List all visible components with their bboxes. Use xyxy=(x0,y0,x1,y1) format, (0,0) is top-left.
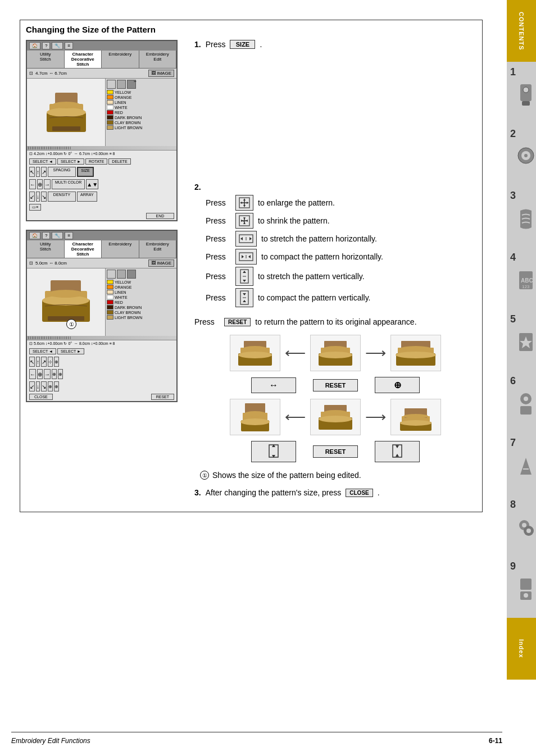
btn2-stretch-h[interactable]: ⊕ xyxy=(52,369,57,379)
btn2-shrink[interactable]: ⊕ xyxy=(54,357,59,367)
btn2-select-right[interactable]: SELECT ► xyxy=(57,348,84,354)
screen2-icon-help[interactable]: ? xyxy=(42,232,50,239)
screen-icon-tools[interactable]: 🔧 xyxy=(52,42,63,49)
btn-n[interactable]: ↑ xyxy=(36,167,40,177)
btn-stretch-v-diag[interactable] xyxy=(251,441,296,462)
btn-nw[interactable]: ↖ xyxy=(29,167,35,177)
image2-btn[interactable]: 🖼 IMAGE xyxy=(148,259,174,267)
btn-stretch-h-diag[interactable]: ↔ xyxy=(251,377,296,393)
tab-ch8[interactable]: 8 xyxy=(507,494,536,556)
menu2-utility[interactable]: UtilityStitch xyxy=(27,240,65,258)
svg-marker-37 xyxy=(243,205,246,207)
menu-character[interactable]: CharacterDecorativeStitch xyxy=(65,51,102,68)
image-btn[interactable]: 🖼 IMAGE xyxy=(148,70,174,77)
screen-icon-menu[interactable]: ≡ xyxy=(65,42,73,49)
btn-end[interactable]: END xyxy=(146,213,174,219)
btn2-select-left[interactable]: SELECT ◄ xyxy=(29,348,56,354)
btn-rotate[interactable]: ROTATE xyxy=(85,158,107,165)
screen-canvas-1 xyxy=(27,79,106,146)
compact-v-icon[interactable] xyxy=(235,288,253,307)
section-box: Changing the Size of the Pattern 🏠 ? 🔧 ≡ xyxy=(20,20,483,512)
btn-select-left[interactable]: SELECT ◄ xyxy=(29,158,56,165)
btn2-n[interactable]: ↑ xyxy=(36,357,40,367)
stretch-v-icon[interactable] xyxy=(235,267,253,286)
menu2-edit[interactable]: EmbroideryEdit xyxy=(139,240,177,258)
svg-rect-26 xyxy=(52,126,80,131)
shrink-icon[interactable]: - xyxy=(235,213,253,229)
btn-delete[interactable]: DELETE xyxy=(108,158,130,165)
btn-multi-color[interactable]: MULTI COLOR xyxy=(52,179,85,189)
btn2-center[interactable]: ⊕ xyxy=(37,369,43,379)
screen-color-list-1: ✂ YELLOW ORANGE LINEN WHITE RED DARK BRO… xyxy=(106,79,176,146)
btn2-sw[interactable]: ↙ xyxy=(29,381,35,391)
btn2-nw[interactable]: ↖ xyxy=(29,357,35,367)
btn2-w[interactable]: ← xyxy=(29,369,36,379)
close-btn-inline[interactable]: CLOSE xyxy=(346,489,373,497)
menu-edit[interactable]: EmbroideryEdit xyxy=(139,51,177,68)
btn-center[interactable]: ⊕ xyxy=(37,179,43,189)
btn2-compact-h[interactable]: ⊕ xyxy=(58,369,63,379)
diagram-row-1: ⟵ xyxy=(194,335,476,371)
tab-ch9[interactable]: 9 xyxy=(507,556,536,618)
btn-e[interactable]: → xyxy=(44,179,51,189)
btn-se[interactable]: ↘ xyxy=(41,192,47,202)
tab-ch1[interactable]: 1 xyxy=(507,62,536,124)
stretch-h-icon[interactable] xyxy=(235,231,257,247)
tab-ch7[interactable]: 7 xyxy=(507,432,536,494)
btn-reset-diag-2[interactable]: RESET xyxy=(313,445,358,458)
screen-icon-home[interactable]: 🏠 xyxy=(29,42,40,49)
size-button[interactable]: SIZE xyxy=(230,40,255,49)
screen2-icon-home[interactable]: 🏠 xyxy=(29,232,40,239)
reset-btn-inline[interactable]: RESET xyxy=(224,318,251,326)
btn2-compact-v[interactable]: ⊕ xyxy=(54,381,59,391)
btn2-se[interactable]: ↘ xyxy=(41,381,47,391)
btn2-stretch-v[interactable]: ⊕ xyxy=(48,381,53,391)
btn2-e[interactable]: → xyxy=(44,369,51,379)
btn-reset-diag-1[interactable]: RESET xyxy=(313,379,358,391)
ch8-icon xyxy=(517,514,534,542)
btn2-enlarge[interactable]: ⊹ xyxy=(48,357,53,367)
btn-ne[interactable]: ↗ xyxy=(41,167,47,177)
tab-ch6[interactable]: 6 xyxy=(507,371,536,432)
btn-density[interactable]: DENSITY xyxy=(48,192,76,202)
btn2-reset[interactable]: RESET xyxy=(151,394,174,400)
screen-icon-help[interactable]: ? xyxy=(42,42,50,49)
tab-ch3[interactable]: 3 xyxy=(507,185,536,247)
btn2-ne[interactable]: ↗ xyxy=(41,357,47,367)
tab-ch2[interactable]: 2 xyxy=(507,124,536,185)
screen-mockup-2: 🏠 ? 🔧 ≡ UtilityStitch CharacterDecorativ… xyxy=(26,230,178,402)
step-1-line: 1. Press SIZE . xyxy=(194,40,476,49)
menu-utility[interactable]: UtilityStitch xyxy=(27,51,65,68)
btn-misc[interactable]: ▭≡ xyxy=(29,204,41,211)
screen2-icon-tools[interactable]: 🔧 xyxy=(52,232,63,239)
btn-sw[interactable]: ↙ xyxy=(29,192,35,202)
svg-point-23 xyxy=(47,108,86,117)
screen-body-1: ✂ YELLOW ORANGE LINEN WHITE RED DARK BRO… xyxy=(27,79,176,146)
screen-body-2: YELLOW ORANGE LINEN WHITE RED DARK BROWN… xyxy=(27,268,176,336)
btn-select-right[interactable]: SELECT ► xyxy=(57,158,84,165)
btn-w[interactable]: ← xyxy=(29,179,36,189)
tab-ch4[interactable]: 4 ABC 123 xyxy=(507,247,536,309)
screen-top-bar-2: 🏠 ? 🔧 ≡ xyxy=(27,231,176,240)
btn-compact-v-diag[interactable] xyxy=(375,441,420,462)
btn-compact-h-diag[interactable]: ⊕ xyxy=(375,377,420,393)
btn-s[interactable]: ↓ xyxy=(36,192,40,202)
enlarge-icon[interactable] xyxy=(235,195,253,211)
menu-embroidery[interactable]: Embroidery xyxy=(102,51,139,68)
tab-index[interactable]: Index xyxy=(507,618,536,680)
menu2-embroidery[interactable]: Embroidery xyxy=(102,240,139,258)
tab-ch5[interactable]: 5 xyxy=(507,309,536,371)
btn-size[interactable]: SIZE xyxy=(77,167,94,177)
btn-density-icon[interactable]: ▲▼ xyxy=(86,179,98,189)
compact-h-icon[interactable] xyxy=(235,249,257,265)
screen2-icon-menu[interactable]: ≡ xyxy=(65,232,73,239)
btn2-close[interactable]: CLOSE xyxy=(29,394,53,400)
menu2-character[interactable]: CharacterDecorativeStitch xyxy=(65,240,102,258)
btn-array[interactable]: ARRAY xyxy=(77,192,97,202)
tab-contents[interactable]: CONTENTS xyxy=(507,0,536,62)
btn2-s[interactable]: ↓ xyxy=(36,381,40,391)
shrink-text: to shrink the pattern. xyxy=(258,216,330,225)
btn-spacing[interactable]: SPACING xyxy=(48,167,76,177)
step-1: 1. Press SIZE . xyxy=(194,40,476,49)
ch3-icon xyxy=(517,205,534,233)
